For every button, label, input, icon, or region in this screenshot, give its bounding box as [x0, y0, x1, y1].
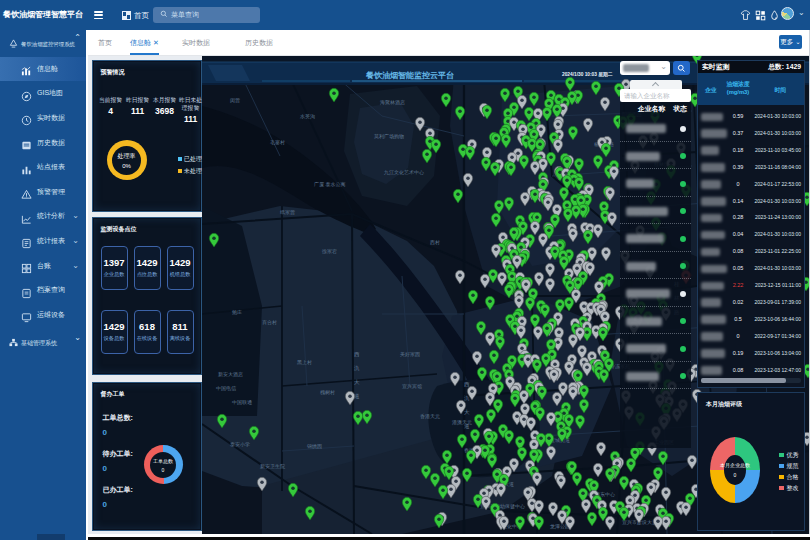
- svg-text:海聚林酒店: 海聚林酒店: [380, 99, 405, 106]
- svg-text:毛寨村: 毛寨村: [270, 139, 285, 146]
- svg-text:纸家营: 纸家营: [280, 209, 295, 216]
- svg-text:广厦 泰水公寓: 广厦 泰水公寓: [314, 181, 345, 188]
- svg-text:九江文化艺术中心: 九江文化艺术中心: [384, 169, 424, 176]
- svg-text:美好家园: 美好家园: [400, 351, 420, 358]
- svg-text:西: 西: [354, 351, 360, 358]
- svg-text:百合村: 百合村: [262, 319, 277, 326]
- svg-text:鲍庄: 鲍庄: [232, 309, 242, 315]
- svg-text:宜兴宾馆: 宜兴宾馆: [402, 383, 422, 389]
- svg-text:徐家宕: 徐家宕: [321, 248, 337, 255]
- svg-text:锦绣园: 锦绣园: [307, 443, 322, 450]
- svg-text:香港天元: 香港天元: [420, 413, 440, 420]
- svg-text:泰安小学: 泰安小学: [230, 441, 250, 447]
- svg-text:氿: 氿: [354, 365, 360, 371]
- svg-text:莫利广场购物: 莫利广场购物: [374, 133, 404, 140]
- svg-text:餐饮油烟智能监控云平台: 餐饮油烟智能监控云平台: [365, 70, 454, 80]
- svg-text:槐树村: 槐树村: [320, 389, 335, 396]
- svg-text:中国联通: 中国联通: [232, 399, 252, 406]
- svg-text:西村: 西村: [430, 239, 440, 246]
- svg-text:道: 道: [464, 423, 470, 429]
- svg-text:大: 大: [464, 409, 470, 415]
- svg-text:黑上村: 黑上村: [297, 359, 312, 366]
- svg-text:中国电信: 中国电信: [216, 385, 236, 392]
- svg-text:闵营: 闵营: [230, 97, 240, 104]
- svg-text:2024/1/30 10:03 星期二: 2024/1/30 10:03 星期二: [562, 71, 613, 78]
- svg-text:大: 大: [354, 379, 360, 385]
- svg-text:水英沟: 水英沟: [300, 113, 315, 120]
- svg-text:新安大酒店: 新安大酒店: [218, 371, 243, 378]
- svg-text:新安卫生院: 新安卫生院: [260, 463, 285, 470]
